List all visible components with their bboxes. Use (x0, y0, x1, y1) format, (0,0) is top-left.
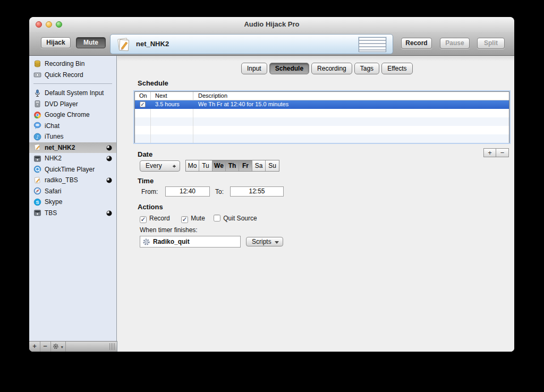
timers-table[interactable]: On Next Description ✓ 3.5 hours We Th Fr… (134, 91, 509, 143)
title-bar[interactable]: Audio Hijack Pro (29, 17, 514, 32)
table-header: On Next Description (135, 92, 509, 100)
finish-script-name: Radiko_quit (153, 238, 190, 245)
tab-effects[interactable]: Effects (381, 63, 412, 74)
sidebar-item-default-system-input[interactable]: Default System Input (29, 88, 116, 99)
radio-icon (33, 155, 41, 163)
day-button-th[interactable]: Th (226, 160, 239, 171)
empty-row (135, 134, 509, 143)
sidebar-item-label: TBS (45, 209, 57, 217)
radio-icon (33, 209, 41, 217)
itunes-icon: ♪ (33, 133, 41, 141)
session-status-box: net_NHK2 (110, 34, 393, 54)
app-window: Audio Hijack Pro Hijack Mute net_NHK2 Re… (29, 17, 514, 352)
remove-session-button[interactable]: − (40, 342, 51, 352)
window-title: Audio Hijack Pro (29, 20, 514, 28)
dvd-player-icon (33, 100, 41, 108)
sidebar-item-quick-record[interactable]: Quick Record (29, 70, 116, 81)
from-label: From: (141, 188, 158, 195)
finish-script-field[interactable]: Radiko_quit (140, 236, 241, 248)
column-header-on[interactable]: On (135, 92, 151, 100)
empty-row (135, 126, 509, 134)
remove-timer-button[interactable]: − (496, 148, 509, 157)
sidebar-item-label: radiko_TBS (45, 176, 78, 184)
session-name: net_NHK2 (136, 40, 169, 48)
source-list-sidebar: Recording Bin Quick Record Default Syste… (29, 56, 117, 341)
column-header-description[interactable]: Description (193, 92, 509, 100)
desktop-background: Audio Hijack Pro Hijack Mute net_NHK2 Re… (0, 0, 544, 392)
repeat-popup[interactable]: Every (140, 160, 180, 172)
tab-input[interactable]: Input (241, 63, 267, 74)
from-time-field[interactable]: 12:40 (165, 186, 210, 197)
timer-enabled-checkbox[interactable]: ✓ (140, 101, 146, 107)
sidebar-item-dvd-player[interactable]: DVD Player (29, 99, 116, 110)
sidebar-item-label: iChat (45, 122, 60, 130)
quit-source-checkbox-label: Quit Source (223, 215, 257, 222)
empty-row (135, 117, 509, 126)
repeat-popup-value: Every (146, 162, 162, 169)
microphone-icon (33, 89, 41, 97)
record-checkbox[interactable]: ✓ (140, 216, 147, 223)
empty-row (135, 109, 509, 117)
action-gear-menu-button[interactable]: ▾ (50, 342, 66, 352)
sidebar-item-label: Safari (45, 188, 61, 195)
sidebar-item-radiko-tbs[interactable]: radiko_TBS (29, 175, 116, 186)
day-button-sa[interactable]: Sa (252, 160, 266, 171)
timer-clock-badge (106, 145, 112, 151)
when-timer-finishes-label: When timer finishes: (140, 226, 198, 234)
scripts-dropdown-button[interactable]: Scripts (246, 237, 283, 246)
day-button-fr[interactable]: Fr (239, 160, 252, 171)
day-button-tu[interactable]: Tu (199, 160, 212, 171)
sidebar-item-label: iTunes (45, 133, 64, 140)
sidebar-bottom-bar: + − ▾ (29, 341, 117, 352)
sidebar-item-itunes[interactable]: ♪ iTunes (29, 131, 116, 142)
timer-description: We Th Fr at 12:40 for 15.0 minutes (193, 100, 509, 109)
svg-text:S: S (36, 200, 39, 205)
sidebar-resize-grip[interactable] (109, 343, 115, 350)
main-toolbar: Hijack Mute net_NHK2 Record Pause Split (29, 32, 514, 56)
tab-bar: Input Schedule Recording Tags Effects (241, 63, 413, 74)
hijack-button[interactable]: Hijack (41, 37, 71, 48)
sidebar-item-nhk2[interactable]: NHK2 (29, 153, 116, 164)
time-section-label: Time (138, 177, 154, 185)
mute-checkbox[interactable]: ✓ (181, 216, 188, 223)
ichat-icon (33, 122, 41, 130)
sidebar-item-recording-bin[interactable]: Recording Bin (29, 58, 116, 70)
add-session-button[interactable]: + (29, 342, 40, 352)
tab-tags[interactable]: Tags (354, 63, 379, 74)
sidebar-item-label: Default System Input (45, 89, 104, 97)
day-button-we[interactable]: We (212, 160, 226, 171)
sidebar-item-ichat[interactable]: iChat (29, 121, 116, 132)
gear-icon (53, 343, 59, 350)
quit-source-checkbox[interactable] (214, 215, 220, 221)
sidebar-item-label: net_NHK2 (45, 144, 75, 151)
gear-caret-icon: ▾ (61, 345, 63, 350)
tab-recording[interactable]: Recording (311, 63, 352, 74)
quick-record-icon (33, 71, 41, 79)
timer-row[interactable]: ✓ 3.5 hours We Th Fr at 12:40 for 15.0 m… (135, 100, 509, 109)
to-time-field[interactable]: 12:55 (230, 186, 284, 197)
sidebar-item-skype[interactable]: S Skype (29, 197, 116, 208)
day-button-su[interactable]: Su (266, 160, 279, 171)
sidebar-item-label: QuickTime Player (45, 166, 95, 173)
sidebar-item-net-nhk2[interactable]: net_NHK2 (29, 142, 116, 154)
day-button-mo[interactable]: Mo (186, 160, 199, 171)
schedule-pane: Input Schedule Recording Tags Effects Sc… (117, 56, 514, 352)
tab-schedule[interactable]: Schedule (269, 63, 309, 74)
actions-section-label: Actions (138, 203, 163, 211)
add-timer-button[interactable]: + (483, 148, 496, 157)
sidebar-item-quicktime-player[interactable]: QuickTime Player (29, 164, 116, 175)
mute-checkbox-label: Mute (191, 215, 205, 222)
column-header-next[interactable]: Next (151, 92, 193, 100)
mute-button[interactable]: Mute (76, 37, 106, 48)
schedule-section-title: Schedule (138, 79, 168, 87)
timer-next: 3.5 hours (151, 100, 193, 109)
popup-arrows-icon (173, 163, 176, 169)
level-meter (359, 37, 386, 52)
sidebar-item-safari[interactable]: Safari (29, 186, 116, 197)
sidebar-item-tbs[interactable]: TBS (29, 208, 116, 219)
record-button[interactable]: Record (401, 38, 432, 49)
sidebar-item-google-chrome[interactable]: Google Chrome (29, 109, 116, 121)
timer-add-remove-group: + − (483, 148, 509, 157)
weekday-segmented-control: Mo Tu We Th Fr Sa Su (185, 160, 279, 172)
timer-clock-badge (106, 177, 112, 183)
